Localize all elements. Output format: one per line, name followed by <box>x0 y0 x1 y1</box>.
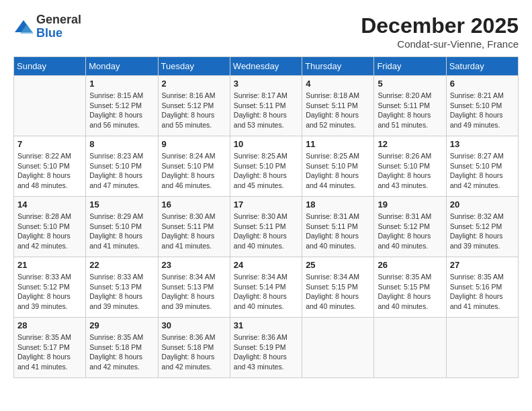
weekday-header-thursday: Thursday <box>302 57 374 76</box>
day-number: 2 <box>162 79 226 89</box>
calendar-cell: 30Sunrise: 8:36 AM Sunset: 5:18 PM Dayli… <box>158 318 230 378</box>
day-info: Sunrise: 8:26 AM Sunset: 5:10 PM Dayligh… <box>378 151 442 191</box>
day-number: 17 <box>234 199 298 210</box>
day-number: 4 <box>306 79 370 89</box>
day-number: 31 <box>234 320 298 330</box>
day-info: Sunrise: 8:24 AM Sunset: 5:10 PM Dayligh… <box>162 151 226 191</box>
day-info: Sunrise: 8:15 AM Sunset: 5:12 PM Dayligh… <box>89 91 154 130</box>
weekday-header-tuesday: Tuesday <box>158 57 230 76</box>
day-info: Sunrise: 8:34 AM Sunset: 5:13 PM Dayligh… <box>162 272 226 312</box>
day-number: 10 <box>234 139 298 149</box>
day-number: 24 <box>234 260 298 270</box>
calendar-week-row: 21Sunrise: 8:33 AM Sunset: 5:12 PM Dayli… <box>14 257 519 318</box>
day-number: 9 <box>162 139 226 149</box>
day-info: Sunrise: 8:21 AM Sunset: 5:10 PM Dayligh… <box>450 91 515 130</box>
day-number: 29 <box>89 320 154 330</box>
day-number: 27 <box>450 260 515 270</box>
day-number: 11 <box>306 139 370 149</box>
day-number: 12 <box>378 139 442 149</box>
calendar-cell: 17Sunrise: 8:30 AM Sunset: 5:11 PM Dayli… <box>230 197 302 257</box>
day-info: Sunrise: 8:22 AM Sunset: 5:10 PM Dayligh… <box>17 151 82 191</box>
day-info: Sunrise: 8:18 AM Sunset: 5:11 PM Dayligh… <box>306 91 370 130</box>
day-info: Sunrise: 8:16 AM Sunset: 5:12 PM Dayligh… <box>162 91 226 130</box>
day-info: Sunrise: 8:35 AM Sunset: 5:18 PM Dayligh… <box>89 332 154 372</box>
day-number: 18 <box>306 199 370 210</box>
calendar-cell: 13Sunrise: 8:27 AM Sunset: 5:10 PM Dayli… <box>446 136 518 197</box>
day-info: Sunrise: 8:31 AM Sunset: 5:12 PM Dayligh… <box>378 212 442 251</box>
day-number: 15 <box>89 199 154 210</box>
logo: General Blue <box>13 13 81 40</box>
day-number: 16 <box>162 199 226 210</box>
calendar-cell: 19Sunrise: 8:31 AM Sunset: 5:12 PM Dayli… <box>374 197 446 257</box>
day-info: Sunrise: 8:25 AM Sunset: 5:10 PM Dayligh… <box>306 151 370 191</box>
day-number: 23 <box>162 260 226 270</box>
calendar-cell: 3Sunrise: 8:17 AM Sunset: 5:11 PM Daylig… <box>230 76 302 136</box>
day-info: Sunrise: 8:35 AM Sunset: 5:17 PM Dayligh… <box>17 332 82 372</box>
logo-text: General Blue <box>36 13 81 40</box>
day-info: Sunrise: 8:33 AM Sunset: 5:13 PM Dayligh… <box>89 272 154 312</box>
calendar-cell: 15Sunrise: 8:29 AM Sunset: 5:10 PM Dayli… <box>86 197 158 257</box>
day-number: 3 <box>234 79 298 89</box>
calendar-cell: 21Sunrise: 8:33 AM Sunset: 5:12 PM Dayli… <box>14 257 86 318</box>
day-info: Sunrise: 8:27 AM Sunset: 5:10 PM Dayligh… <box>450 151 515 191</box>
weekday-header-wednesday: Wednesday <box>230 57 302 76</box>
weekday-header-monday: Monday <box>86 57 158 76</box>
calendar-cell: 28Sunrise: 8:35 AM Sunset: 5:17 PM Dayli… <box>14 318 86 378</box>
day-number: 25 <box>306 260 370 270</box>
calendar-cell: 1Sunrise: 8:15 AM Sunset: 5:12 PM Daylig… <box>86 76 158 136</box>
day-number: 28 <box>17 320 82 330</box>
calendar-cell: 27Sunrise: 8:35 AM Sunset: 5:16 PM Dayli… <box>446 257 518 318</box>
day-number: 13 <box>450 139 515 149</box>
calendar-cell: 25Sunrise: 8:34 AM Sunset: 5:15 PM Dayli… <box>302 257 374 318</box>
calendar-cell: 18Sunrise: 8:31 AM Sunset: 5:11 PM Dayli… <box>302 197 374 257</box>
day-number: 21 <box>17 260 82 270</box>
day-info: Sunrise: 8:30 AM Sunset: 5:11 PM Dayligh… <box>162 212 226 251</box>
day-number: 5 <box>378 79 442 89</box>
calendar-cell: 23Sunrise: 8:34 AM Sunset: 5:13 PM Dayli… <box>158 257 230 318</box>
calendar-cell: 26Sunrise: 8:35 AM Sunset: 5:15 PM Dayli… <box>374 257 446 318</box>
day-info: Sunrise: 8:33 AM Sunset: 5:12 PM Dayligh… <box>17 272 82 312</box>
day-number: 6 <box>450 79 515 89</box>
calendar-cell: 14Sunrise: 8:28 AM Sunset: 5:10 PM Dayli… <box>14 197 86 257</box>
day-info: Sunrise: 8:34 AM Sunset: 5:15 PM Dayligh… <box>306 272 370 312</box>
day-number: 22 <box>89 260 154 270</box>
day-number: 26 <box>378 260 442 270</box>
month-year: December 2025 <box>361 13 519 38</box>
day-info: Sunrise: 8:20 AM Sunset: 5:11 PM Dayligh… <box>378 91 442 130</box>
calendar-cell <box>446 318 518 378</box>
weekday-header-sunday: Sunday <box>14 57 86 76</box>
day-info: Sunrise: 8:35 AM Sunset: 5:16 PM Dayligh… <box>450 272 515 312</box>
day-info: Sunrise: 8:23 AM Sunset: 5:10 PM Dayligh… <box>89 151 154 191</box>
weekday-header-saturday: Saturday <box>446 57 518 76</box>
calendar-week-row: 1Sunrise: 8:15 AM Sunset: 5:12 PM Daylig… <box>14 76 519 136</box>
calendar-cell: 6Sunrise: 8:21 AM Sunset: 5:10 PM Daylig… <box>446 76 518 136</box>
calendar-cell: 29Sunrise: 8:35 AM Sunset: 5:18 PM Dayli… <box>86 318 158 378</box>
calendar-cell: 7Sunrise: 8:22 AM Sunset: 5:10 PM Daylig… <box>14 136 86 197</box>
day-number: 20 <box>450 199 515 210</box>
location: Condat-sur-Vienne, France <box>361 38 519 50</box>
day-info: Sunrise: 8:29 AM Sunset: 5:10 PM Dayligh… <box>89 212 154 251</box>
weekday-header-row: SundayMondayTuesdayWednesdayThursdayFrid… <box>14 57 519 76</box>
calendar-week-row: 14Sunrise: 8:28 AM Sunset: 5:10 PM Dayli… <box>14 197 519 257</box>
calendar-cell: 9Sunrise: 8:24 AM Sunset: 5:10 PM Daylig… <box>158 136 230 197</box>
day-info: Sunrise: 8:35 AM Sunset: 5:15 PM Dayligh… <box>378 272 442 312</box>
calendar-cell: 31Sunrise: 8:36 AM Sunset: 5:19 PM Dayli… <box>230 318 302 378</box>
day-info: Sunrise: 8:31 AM Sunset: 5:11 PM Dayligh… <box>306 212 370 251</box>
calendar-week-row: 28Sunrise: 8:35 AM Sunset: 5:17 PM Dayli… <box>14 318 519 378</box>
day-number: 1 <box>89 79 154 89</box>
day-number: 8 <box>89 139 154 149</box>
day-info: Sunrise: 8:32 AM Sunset: 5:12 PM Dayligh… <box>450 212 515 251</box>
day-number: 7 <box>17 139 82 149</box>
calendar-cell: 5Sunrise: 8:20 AM Sunset: 5:11 PM Daylig… <box>374 76 446 136</box>
weekday-header-friday: Friday <box>374 57 446 76</box>
calendar-cell <box>374 318 446 378</box>
calendar-cell: 16Sunrise: 8:30 AM Sunset: 5:11 PM Dayli… <box>158 197 230 257</box>
day-number: 14 <box>17 199 82 210</box>
day-info: Sunrise: 8:25 AM Sunset: 5:10 PM Dayligh… <box>234 151 298 191</box>
calendar-week-row: 7Sunrise: 8:22 AM Sunset: 5:10 PM Daylig… <box>14 136 519 197</box>
calendar-cell: 12Sunrise: 8:26 AM Sunset: 5:10 PM Dayli… <box>374 136 446 197</box>
calendar-cell: 22Sunrise: 8:33 AM Sunset: 5:13 PM Dayli… <box>86 257 158 318</box>
calendar-cell <box>14 76 86 136</box>
calendar-cell: 4Sunrise: 8:18 AM Sunset: 5:11 PM Daylig… <box>302 76 374 136</box>
calendar-cell: 10Sunrise: 8:25 AM Sunset: 5:10 PM Dayli… <box>230 136 302 197</box>
